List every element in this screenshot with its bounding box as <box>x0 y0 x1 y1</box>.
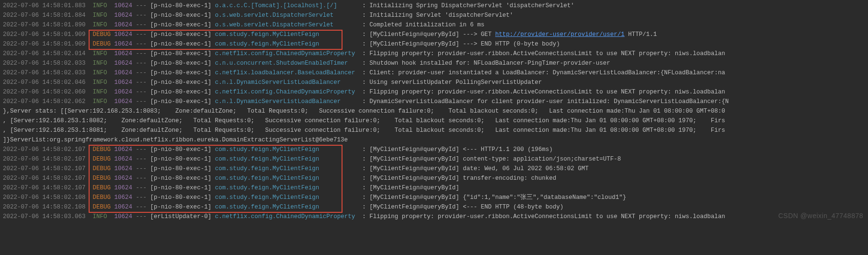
log-message: : [MyClientFeign#queryById] ---> END HTT… <box>362 41 560 47</box>
log-separator: --- <box>132 194 150 201</box>
log-thread: [p-nio-80-exec-1] <box>150 89 212 95</box>
log-timestamp: 2022-07-06 14:58:02.060 <box>3 89 86 95</box>
log-thread: [p-nio-80-exec-1] <box>150 204 212 210</box>
log-separator: --- <box>132 185 150 191</box>
log-thread: [p-nio-80-exec-1] <box>150 31 212 38</box>
log-message: : Flipping property: provider-user.ribbo… <box>362 213 725 220</box>
log-line: 2022-07-06 14:58:02.062 INFO 10624 --- [… <box>3 97 865 106</box>
log-level: INFO <box>93 2 111 9</box>
log-line: , [Server:192.168.253.1:8081; Zone:defau… <box>3 126 865 135</box>
log-line: 2022-07-06 14:58:03.063 INFO 10624 --- [… <box>3 212 865 221</box>
log-pid: 10624 <box>114 185 133 191</box>
log-level: INFO <box>93 22 111 28</box>
log-separator: --- <box>132 31 150 38</box>
log-level: DEBUG <box>93 41 111 47</box>
log-timestamp: 2022-07-06 14:58:02.107 <box>3 146 86 153</box>
log-timestamp: 2022-07-06 14:58:01.883 <box>3 2 86 9</box>
log-pid: 10624 <box>114 31 133 38</box>
log-plain-text: },Server stats: [[Server:192.168.253.1:8… <box>3 108 725 115</box>
watermark-text: CSDN @weixin_47748878 <box>778 211 863 220</box>
log-separator: --- <box>132 79 150 86</box>
log-plain-text: , [Server:192.168.253.1:8082; Zone:defau… <box>3 117 725 124</box>
log-message: : Initializing Servlet 'dispatcherServle… <box>362 12 513 19</box>
log-thread: [p-nio-80-exec-1] <box>150 194 212 201</box>
log-logger: c.netflix.loadbalancer.BaseLoadBalancer <box>215 70 355 76</box>
log-level: INFO <box>93 60 111 67</box>
log-level: DEBUG <box>93 194 111 201</box>
log-pid: 10624 <box>114 194 133 201</box>
log-timestamp: 2022-07-06 14:58:02.046 <box>3 79 86 86</box>
log-plain-text: ]}ServerList:org.springframework.cloud.n… <box>3 137 348 143</box>
log-separator: --- <box>132 12 150 19</box>
log-message: : Completed initialization in 6 ms <box>362 22 484 28</box>
log-pid: 10624 <box>114 213 133 220</box>
log-separator: --- <box>132 146 150 153</box>
log-pid: 10624 <box>114 156 133 162</box>
log-viewer[interactable]: 2022-07-06 14:58:01.883 INFO 10624 --- [… <box>0 0 868 222</box>
log-url-link[interactable]: http://provider-user/provider/user/1 <box>495 31 625 38</box>
log-thread: [p-nio-80-exec-1] <box>150 156 212 162</box>
log-pid: 10624 <box>114 2 133 9</box>
log-logger: com.study.feign.MyClientFeign <box>215 175 355 182</box>
log-logger: o.s.web.servlet.DispatcherServlet <box>215 12 355 19</box>
log-level: INFO <box>93 50 111 57</box>
log-line: 2022-07-06 14:58:01.909 DEBUG 10624 --- … <box>3 30 865 39</box>
log-separator: --- <box>132 70 150 76</box>
log-thread: [p-nio-80-exec-1] <box>150 185 212 191</box>
log-logger: com.study.feign.MyClientFeign <box>215 194 355 201</box>
log-logger: c.n.u.concurrent.ShutdownEnabledTimer <box>215 60 355 67</box>
log-message: : [MyClientFeign#queryById] date: Wed, 0… <box>362 165 589 172</box>
log-level: INFO <box>93 70 111 76</box>
log-message: : Flipping property: provider-user.ribbo… <box>362 50 725 57</box>
log-message: : [MyClientFeign#queryById] content-type… <box>362 156 621 162</box>
log-message: : Client: provider-user instantiated a L… <box>362 70 725 76</box>
log-logger: c.netflix.config.ChainedDynamicProperty <box>215 50 355 57</box>
log-separator: --- <box>132 204 150 210</box>
log-thread: [p-nio-80-exec-1] <box>150 60 212 67</box>
log-logger: com.study.feign.MyClientFeign <box>215 165 355 172</box>
log-logger: com.study.feign.MyClientFeign <box>215 204 355 210</box>
log-line: 2022-07-06 14:58:02.108 DEBUG 10624 --- … <box>3 193 865 202</box>
log-line: 2022-07-06 14:58:02.033 INFO 10624 --- [… <box>3 58 865 68</box>
log-timestamp: 2022-07-06 14:58:02.107 <box>3 156 86 162</box>
log-pid: 10624 <box>114 79 133 86</box>
log-timestamp: 2022-07-06 14:58:02.108 <box>3 204 86 210</box>
log-timestamp: 2022-07-06 14:58:01.909 <box>3 41 86 47</box>
log-pid: 10624 <box>114 70 133 76</box>
log-logger: o.a.c.c.C.[Tomcat].[localhost].[/] <box>215 2 355 9</box>
log-line: 2022-07-06 14:58:01.884 INFO 10624 --- [… <box>3 11 865 20</box>
log-separator: --- <box>132 156 150 162</box>
log-level: INFO <box>93 79 111 86</box>
log-separator: --- <box>132 50 150 57</box>
log-level: INFO <box>93 12 111 19</box>
log-line: 2022-07-06 14:58:02.107 DEBUG 10624 --- … <box>3 183 865 193</box>
log-line: 2022-07-06 14:58:02.108 DEBUG 10624 --- … <box>3 202 865 212</box>
log-level: DEBUG <box>93 31 111 38</box>
log-message: : Initializing Spring DispatcherServlet … <box>362 2 574 9</box>
log-timestamp: 2022-07-06 14:58:02.107 <box>3 185 86 191</box>
log-timestamp: 2022-07-06 14:58:02.107 <box>3 175 86 182</box>
log-thread: [p-nio-80-exec-1] <box>150 70 212 76</box>
log-message: : Shutdown hook installed for: NFLoadBal… <box>362 60 610 67</box>
log-timestamp: 2022-07-06 14:58:01.890 <box>3 22 86 28</box>
log-separator: --- <box>132 89 150 95</box>
log-logger: com.study.feign.MyClientFeign <box>215 41 355 47</box>
log-line: 2022-07-06 14:58:01.883 INFO 10624 --- [… <box>3 1 865 11</box>
log-separator: --- <box>132 2 150 9</box>
log-line: ]}ServerList:org.springframework.cloud.n… <box>3 135 865 145</box>
log-line: 2022-07-06 14:58:02.107 DEBUG 10624 --- … <box>3 154 865 164</box>
log-timestamp: 2022-07-06 14:58:02.108 <box>3 194 86 201</box>
log-logger: com.study.feign.MyClientFeign <box>215 146 355 153</box>
log-logger: c.netflix.config.ChainedDynamicProperty <box>215 89 355 95</box>
log-thread: [p-nio-80-exec-1] <box>150 146 212 153</box>
log-line: 2022-07-06 14:58:01.890 INFO 10624 --- [… <box>3 20 865 30</box>
log-pid: 10624 <box>114 89 133 95</box>
log-message: : [MyClientFeign#queryById] ---> GET <box>362 31 495 38</box>
log-thread: [p-nio-80-exec-1] <box>150 175 212 182</box>
log-timestamp: 2022-07-06 14:58:02.107 <box>3 165 86 172</box>
log-separator: --- <box>132 41 150 47</box>
log-pid: 10624 <box>114 12 133 19</box>
log-pid: 10624 <box>114 204 133 210</box>
log-message: : [MyClientFeign#queryById] {"id":1,"nam… <box>362 194 626 201</box>
log-line: 2022-07-06 14:58:02.014 INFO 10624 --- [… <box>3 49 865 58</box>
